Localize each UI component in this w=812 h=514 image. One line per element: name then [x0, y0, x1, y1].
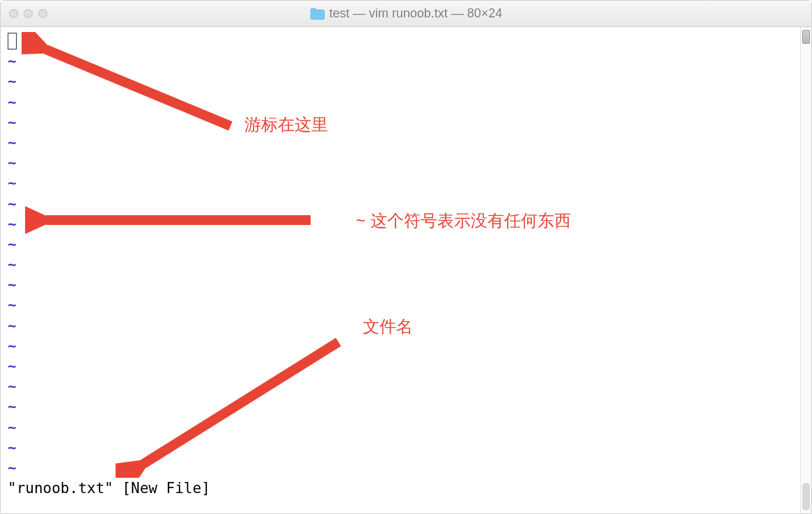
scrollbar-bottom-thumb[interactable] — [802, 483, 810, 511]
tilde-line: ~ — [8, 316, 804, 336]
tilde-line: ~ — [8, 295, 804, 316]
cursor-line — [8, 31, 804, 52]
terminal-window: test — vim runoob.txt — 80×24 ~ ~ ~ ~ ~ … — [0, 0, 812, 514]
tilde-line: ~ — [8, 255, 804, 275]
tilde-line: ~ — [8, 153, 804, 173]
tilde-line: ~ — [8, 418, 804, 438]
close-button[interactable] — [9, 9, 18, 18]
tilde-line: ~ — [8, 336, 804, 357]
tilde-line: ~ — [8, 72, 804, 92]
tilde-line: ~ — [8, 438, 804, 458]
tilde-line: ~ — [8, 377, 804, 397]
tilde-line: ~ — [8, 173, 804, 194]
tilde-line: ~ — [8, 275, 804, 295]
tilde-line: ~ — [8, 215, 804, 235]
cursor — [8, 33, 17, 49]
window-titlebar[interactable]: test — vim runoob.txt — 80×24 — [1, 1, 811, 27]
window-title-text: test — vim runoob.txt — 80×24 — [329, 6, 503, 21]
maximize-button[interactable] — [38, 9, 47, 18]
minimize-button[interactable] — [24, 9, 33, 18]
tilde-line: ~ — [8, 458, 804, 478]
scrollbar-top-thumb[interactable] — [802, 30, 810, 44]
tilde-line: ~ — [8, 113, 804, 133]
terminal-content[interactable]: ~ ~ ~ ~ ~ ~ ~ ~ ~ ~ ~ ~ ~ ~ ~ ~ ~ ~ ~ ~ … — [1, 27, 811, 513]
tilde-line: ~ — [8, 194, 804, 215]
tilde-line: ~ — [8, 397, 804, 417]
traffic-lights — [9, 9, 47, 18]
tilde-line: ~ — [8, 235, 804, 255]
window-title: test — vim runoob.txt — 80×24 — [1, 6, 811, 21]
vim-status-line: "runoob.txt" [New File] — [8, 478, 804, 499]
tilde-line: ~ — [8, 133, 804, 153]
tilde-line: ~ — [8, 93, 804, 113]
tilde-line: ~ — [8, 357, 804, 377]
scrollbar[interactable] — [800, 27, 811, 513]
folder-icon — [310, 8, 325, 20]
tilde-line: ~ — [8, 52, 804, 72]
